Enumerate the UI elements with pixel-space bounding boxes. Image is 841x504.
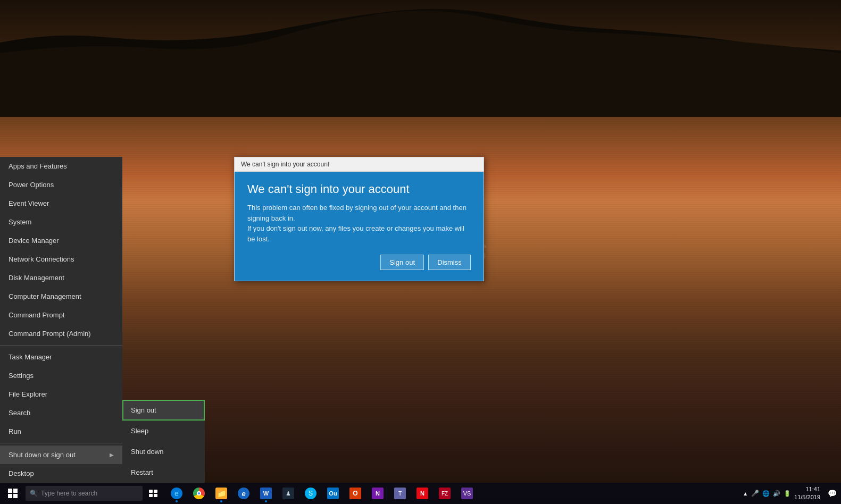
- taskbar-office-icon[interactable]: O: [345, 483, 366, 504]
- filezilla-app-icon: FZ: [439, 488, 451, 499]
- menu-item-device-manager[interactable]: Device Manager: [0, 231, 122, 250]
- dialog-sign-out-button[interactable]: Sign out: [380, 255, 424, 270]
- edge-running-dot: [176, 500, 178, 502]
- vs-app-icon: VS: [461, 488, 473, 499]
- taskbar-teams-icon[interactable]: T: [389, 483, 411, 504]
- menu-item-file-explorer[interactable]: File Explorer: [0, 385, 122, 404]
- taskbar-search-placeholder: Type here to search: [41, 490, 97, 497]
- task-view-button[interactable]: [143, 483, 164, 504]
- menu-item-apps-features[interactable]: Apps and Features: [0, 157, 122, 175]
- file-explorer-app-icon: 📁: [215, 488, 227, 499]
- taskbar: 🔍 Type here to search e 📁 e W: [0, 483, 841, 504]
- svg-rect-2: [149, 494, 153, 497]
- tray-up-arrow-icon[interactable]: ▲: [743, 491, 748, 497]
- taskbar-edge-icon[interactable]: e: [166, 483, 187, 504]
- dialog-description: This problem can often be fixed by signi…: [247, 203, 471, 244]
- cant-sign-in-dialog: We can't sign into your account We can't…: [234, 157, 484, 281]
- chrome-app-icon: [193, 488, 205, 499]
- dialog-heading: We can't sign into your account: [247, 182, 471, 196]
- tray-network-icon[interactable]: 🌐: [762, 490, 770, 497]
- dialog-body: We can't sign into your account This pro…: [235, 172, 484, 281]
- taskbar-search-bar[interactable]: 🔍 Type here to search: [26, 486, 143, 501]
- taskbar-ie-icon[interactable]: e: [233, 483, 254, 504]
- taskbar-word-icon[interactable]: W: [255, 483, 277, 504]
- menu-item-power-options[interactable]: Power Options: [0, 175, 122, 194]
- teams-app-icon: T: [394, 488, 406, 499]
- taskbar-onenote-icon[interactable]: N: [367, 483, 388, 504]
- menu-item-command-prompt-admin[interactable]: Command Prompt (Admin): [0, 324, 122, 343]
- svg-rect-3: [154, 494, 157, 497]
- submenu-item-shut-down[interactable]: Shut down: [122, 441, 205, 462]
- taskbar-chrome-icon[interactable]: [188, 483, 210, 504]
- start-button[interactable]: [0, 483, 26, 504]
- submenu-item-sign-out[interactable]: Sign out: [122, 400, 205, 421]
- svg-rect-1: [154, 490, 157, 493]
- menu-item-event-viewer[interactable]: Event Viewer: [0, 194, 122, 213]
- menu-item-network-connections[interactable]: Network Connections: [0, 250, 122, 268]
- taskbar-skype-icon[interactable]: S: [300, 483, 321, 504]
- menu-item-desktop[interactable]: Desktop: [0, 464, 122, 483]
- windows-logo-icon: [8, 489, 18, 498]
- edge-app-icon: e: [171, 488, 182, 499]
- menu-item-computer-management[interactable]: Computer Management: [0, 287, 122, 306]
- dialog-titlebar: We can't sign into your account: [235, 157, 484, 172]
- submenu-item-restart[interactable]: Restart: [122, 462, 205, 483]
- tray-battery-icon[interactable]: 🔋: [784, 490, 791, 497]
- menu-item-disk-management[interactable]: Disk Management: [0, 268, 122, 287]
- system-tray: ▲ 🎤 🌐 🔊 🔋 11:41 11/5/2019 💬: [743, 485, 841, 502]
- office-app-icon: O: [349, 488, 361, 499]
- taskbar-vs-icon[interactable]: VS: [456, 483, 478, 504]
- submenu-item-sleep[interactable]: Sleep: [122, 421, 205, 441]
- word-app-icon: W: [260, 488, 272, 499]
- system-clock[interactable]: 11:41 11/5/2019: [794, 485, 825, 502]
- menu-divider-2: [0, 443, 122, 443]
- menu-divider-1: [0, 345, 122, 346]
- dialog-title-text: We can't sign into your account: [241, 161, 329, 168]
- taskbar-outlook-icon[interactable]: Ou: [322, 483, 344, 504]
- onenote-app-icon: N: [372, 488, 384, 499]
- menu-item-run[interactable]: Run: [0, 422, 122, 441]
- outlook-app-icon: Ou: [327, 488, 339, 499]
- steam-app-icon: ♟: [282, 488, 294, 499]
- menu-item-shutdown-signout[interactable]: Shut down or sign out ▶: [0, 446, 122, 464]
- ie-app-icon: e: [238, 488, 249, 499]
- shutdown-submenu: Sign out Sleep Shut down Restart: [122, 400, 205, 483]
- dialog-dismiss-button[interactable]: Dismiss: [428, 255, 471, 270]
- skype-app-icon: S: [305, 488, 317, 499]
- netflix-app-icon: N: [417, 488, 428, 499]
- menu-item-search[interactable]: Search: [0, 404, 122, 422]
- taskbar-netflix-icon[interactable]: N: [412, 483, 433, 504]
- menu-item-task-manager[interactable]: Task Manager: [0, 348, 122, 366]
- svg-rect-0: [149, 490, 153, 493]
- taskbar-filezilla-icon[interactable]: FZ: [434, 483, 455, 504]
- menu-item-system[interactable]: System: [0, 213, 122, 231]
- menu-item-settings[interactable]: Settings: [0, 366, 122, 385]
- clock-date: 11/5/2019: [794, 493, 820, 501]
- taskbar-steam-icon[interactable]: ♟: [278, 483, 299, 504]
- tray-mic-icon[interactable]: 🎤: [751, 490, 759, 497]
- taskbar-explorer-icon[interactable]: 📁: [211, 483, 232, 504]
- word-running-dot: [265, 500, 267, 502]
- explorer-running-dot: [220, 500, 222, 502]
- context-menu: Apps and Features Power Options Event Vi…: [0, 157, 122, 483]
- action-center-icon[interactable]: 💬: [828, 489, 837, 498]
- chevron-right-icon: ▶: [110, 452, 114, 458]
- cliff-silhouette: [0, 0, 841, 117]
- task-view-icon: [149, 490, 157, 497]
- menu-item-command-prompt[interactable]: Command Prompt: [0, 306, 122, 324]
- dialog-button-group: Sign out Dismiss: [247, 255, 471, 270]
- taskbar-pinned-apps: e 📁 e W ♟ S Ou O: [164, 483, 743, 504]
- tray-volume-icon[interactable]: 🔊: [773, 490, 780, 497]
- clock-time: 11:41: [794, 485, 820, 493]
